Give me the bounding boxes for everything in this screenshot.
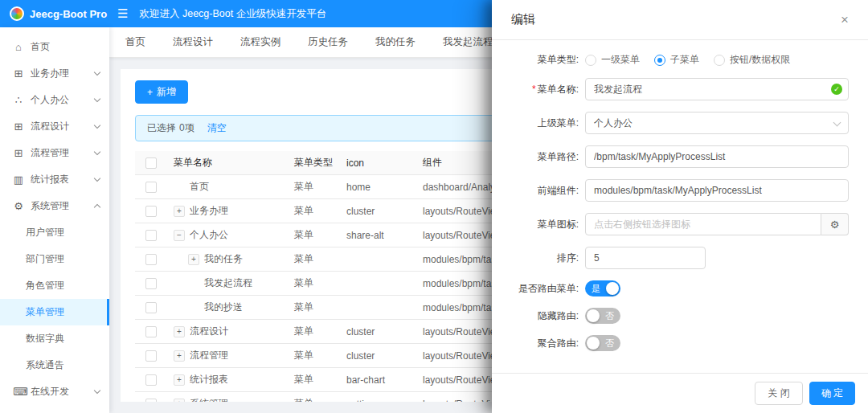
radio-icon [585,55,596,66]
tab[interactable]: 历史任务 [308,35,348,49]
confirm-button[interactable]: 确 定 [809,382,855,405]
cell-icon-name [340,272,416,296]
sidebar-collapse-icon[interactable]: ☰ [117,6,128,21]
sidebar-subitem[interactable]: 系统通告 [0,352,109,378]
hide-route-switch[interactable]: 否 [585,308,620,324]
sidebar-subitem-label: 数据字典 [26,332,64,346]
parent-menu-label: 上级菜单: [505,117,585,130]
sidebar-item-report[interactable]: ▥统计报表 [0,166,109,193]
expand-icon[interactable]: + [188,254,199,265]
sidebar-subitem[interactable]: 用户管理 [0,219,109,246]
tab[interactable]: 首页 [125,35,145,49]
menu-name-text: 流程管理 [190,350,228,361]
menu-path-input[interactable] [585,145,849,168]
row-checkbox[interactable] [145,326,157,337]
switch-state-text: 是 [592,283,600,294]
sidebar-subitem[interactable]: 角色管理 [0,272,109,299]
expand-icon[interactable]: + [174,399,185,402]
switch-state-text: 否 [605,337,614,349]
radio-label: 一级菜单 [601,53,640,67]
sidebar-subitem-label: 菜单管理 [26,305,64,319]
row-checkbox[interactable] [145,182,157,193]
sidebar-item-process-management[interactable]: ⊞流程管理 [0,140,109,166]
menu-name-input[interactable] [585,78,849,100]
required-mark: * [532,84,536,95]
cell-icon-name: home [340,175,416,199]
sidebar-subitem[interactable]: 菜单管理 [0,299,109,325]
select-all-checkbox[interactable] [145,157,157,169]
collapse-icon[interactable]: − [174,230,185,241]
drawer-body: 菜单类型: 一级菜单子菜单按钮/数据权限 *菜单名称: ✓ 上级菜单: 个人办公… [492,40,868,373]
sidebar-item-system-management[interactable]: ⚙系统管理 [0,193,109,219]
cell-icon-name: share-alt [340,223,416,247]
expand-icon[interactable]: + [174,206,185,217]
add-button[interactable]: + 新增 [135,80,188,104]
row-checkbox[interactable] [145,350,157,362]
logo[interactable]: Jeecg-Boot Pro [0,6,109,21]
cell-menu-name: 我发起流程 [167,272,288,296]
tab[interactable]: 流程设计 [173,35,213,49]
parent-menu-value: 个人办公 [594,117,633,130]
row-checkbox[interactable] [145,374,157,386]
row-checkbox[interactable] [145,302,157,313]
radio-icon [654,55,665,66]
home-icon: ⌂ [13,41,24,53]
is-route-menu-switch[interactable]: 是 [585,280,620,296]
radio-option[interactable]: 按钮/数据权限 [714,53,790,67]
chevron-down-icon [94,149,100,155]
cell-icon-name: cluster [340,320,416,344]
aggregate-route-switch[interactable]: 否 [585,335,620,351]
is-route-menu-field: 是否路由菜单:是 [505,280,849,296]
cluster-icon: ⊞ [13,121,24,133]
chevron-down-icon [94,96,100,102]
tab[interactable]: 我发起流程 [443,35,493,49]
sidebar-item-business[interactable]: ⊞业务办理 [0,60,109,87]
sidebar-subitem[interactable]: 部门管理 [0,246,109,272]
row-check-cell [135,199,167,223]
switch-knob [587,309,600,322]
sidebar-item-process-design[interactable]: ⊞流程设计 [0,113,109,140]
cell-menu-name: 首页 [167,175,288,199]
row-checkbox[interactable] [145,230,157,241]
expand-icon[interactable]: + [174,374,185,386]
row-check-cell [135,392,167,403]
cell-menu-type: 菜单 [288,368,340,392]
is-route-menu-label: 是否路由菜单: [505,282,585,296]
sidebar-item-label: 首页 [31,40,100,54]
cell-menu-name: +流程设计 [167,320,288,344]
tab[interactable]: 流程实例 [240,35,280,49]
cell-menu-name: +流程管理 [167,344,288,368]
expand-icon[interactable]: + [174,350,185,362]
parent-menu-field: 上级菜单: 个人办公 [505,112,849,134]
sidebar-subitem[interactable]: 数据字典 [0,325,109,352]
menu-name-text: 我的任务 [204,253,243,264]
close-button[interactable]: 关 闭 [755,382,802,405]
front-component-input[interactable] [585,179,849,202]
sidebar-item-personal-office[interactable]: ∴个人办公 [0,87,109,113]
clear-selection-link[interactable]: 清空 [207,121,227,135]
row-checkbox[interactable] [145,278,157,289]
sort-input[interactable] [585,247,706,269]
tab[interactable]: 我的任务 [375,35,416,49]
expand-icon[interactable]: + [174,326,185,337]
sidebar-item-online-dev[interactable]: ⌨在线开发 [0,378,109,405]
close-icon[interactable]: × [841,13,849,27]
gear-icon: ⚙ [830,219,840,231]
row-checkbox[interactable] [145,399,157,402]
row-checkbox[interactable] [145,254,157,265]
sidebar-item-home[interactable]: ⌂首页 [0,34,109,60]
radio-option[interactable]: 一级菜单 [585,53,640,67]
radio-label: 子菜单 [670,53,699,67]
menu-name-text: 首页 [190,181,209,192]
row-check-cell [135,223,167,247]
sidebar-item-system-monitor[interactable]: ◔系统监控 [0,405,109,413]
radio-option[interactable]: 子菜单 [654,53,699,67]
cell-menu-type: 菜单 [288,199,340,223]
icon-picker-button[interactable]: ⚙ [821,213,849,235]
parent-menu-select[interactable]: 个人办公 [585,112,849,134]
setting-icon: ⚙ [13,200,24,212]
row-checkbox[interactable] [145,206,157,217]
cell-menu-name: +我的任务 [167,247,288,272]
menu-icon-input[interactable] [585,213,821,235]
plus-icon: + [147,87,153,98]
